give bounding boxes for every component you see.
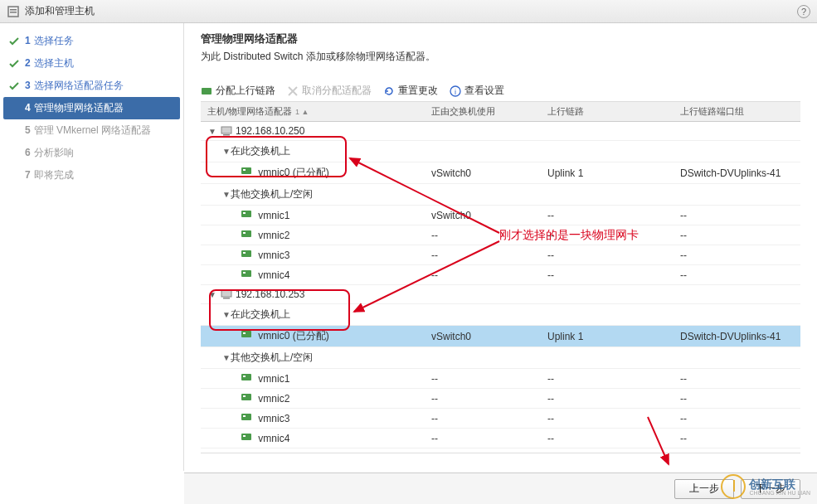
svg-rect-20	[221, 290, 231, 297]
unassign-icon	[287, 85, 299, 97]
svg-rect-19	[243, 272, 246, 274]
svg-rect-1	[10, 9, 17, 11]
table-row[interactable]: vmnic4------	[201, 429, 800, 448]
column-name[interactable]: 主机/物理网络适配器1 ▲	[201, 102, 425, 121]
assign-uplink-button[interactable]: 分配上行链路	[201, 84, 275, 98]
window-title: 添加和管理主机	[25, 4, 95, 18]
wizard-step-5: 5管理 VMkernel 网络适配器	[0, 119, 183, 142]
content: 1选择任务2选择主机3选择网络适配器任务4管理物理网络适配器5管理 VMkern…	[0, 23, 817, 471]
info-icon: i	[450, 85, 461, 97]
check-icon	[8, 80, 20, 92]
expand-icon[interactable]: ▼	[222, 353, 231, 362]
svg-text:i: i	[455, 88, 456, 96]
svg-rect-10	[241, 167, 251, 174]
check-icon	[8, 148, 20, 159]
footer: 上一步 下一步	[184, 472, 817, 504]
expand-icon[interactable]: ▼	[222, 190, 231, 199]
svg-rect-24	[241, 374, 251, 380]
table-row[interactable]: vmnic0 (已分配)vSwitch0Uplink 1DSwitch-DVUp…	[201, 162, 800, 184]
check-icon	[8, 170, 20, 182]
check-icon	[8, 36, 20, 47]
check-icon	[8, 103, 20, 114]
table-row[interactable]: ▼ 192.168.10.253	[201, 285, 800, 304]
table-header: 主机/物理网络适配器1 ▲ 正由交换机使用 上行链路 上行链路端口组	[201, 102, 800, 122]
check-icon	[8, 58, 20, 70]
wizard-sidebar: 1选择任务2选择主机3选择网络适配器任务4管理物理网络适配器5管理 VMkern…	[0, 23, 184, 471]
svg-rect-8	[221, 127, 231, 133]
expand-icon[interactable]: ▼	[222, 147, 231, 156]
back-button[interactable]: 上一步	[674, 479, 734, 499]
svg-rect-12	[241, 211, 251, 217]
table-row[interactable]: ▼在此交换机上	[201, 304, 800, 326]
assign-icon	[201, 85, 212, 97]
svg-rect-2	[10, 12, 17, 13]
table-row[interactable]: vmnic1------	[201, 369, 800, 389]
table-row[interactable]: vmnic4------	[201, 265, 800, 285]
svg-rect-11	[243, 169, 246, 171]
svg-rect-29	[243, 415, 246, 417]
wizard-step-4[interactable]: 4管理物理网络适配器	[3, 97, 180, 119]
svg-rect-13	[243, 212, 246, 214]
column-uplink[interactable]: 上行链路	[541, 102, 674, 121]
reset-button[interactable]: 重置更改	[383, 84, 438, 98]
toolbar: 分配上行链路 取消分配适配器 重置更改 i 查看设置	[201, 80, 800, 102]
check-icon	[8, 125, 20, 137]
table-row[interactable]: ▼其他交换机上/空闲	[201, 184, 800, 206]
page-title: 管理物理网络适配器	[201, 32, 800, 46]
view-settings-button[interactable]: i 查看设置	[450, 84, 504, 98]
table-row[interactable]: ▼在此交换机上	[201, 141, 800, 162]
table-row[interactable]: vmnic3------	[201, 409, 800, 429]
expand-icon[interactable]: ▼	[207, 127, 217, 136]
svg-rect-22	[241, 331, 251, 337]
wizard-step-7: 7即将完成	[0, 164, 183, 187]
svg-rect-27	[243, 395, 246, 397]
table-row[interactable]: vmnic2------	[201, 389, 800, 409]
wizard-step-1[interactable]: 1选择任务	[0, 30, 183, 52]
table-row[interactable]: ▼其他交换机上/空闲	[201, 347, 800, 369]
expand-icon[interactable]: ▼	[207, 290, 217, 299]
table-row[interactable]: vmnic3------	[201, 245, 800, 265]
svg-rect-14	[241, 230, 251, 237]
svg-rect-15	[243, 232, 246, 234]
expand-icon[interactable]: ▼	[222, 310, 231, 319]
main-panel: 管理物理网络适配器 为此 Distributed Switch 添加或移除物理网…	[184, 23, 817, 471]
column-switch[interactable]: 正由交换机使用	[425, 102, 541, 121]
svg-rect-21	[223, 298, 230, 299]
table-row[interactable]: vmnic0 (已分配)vSwitch0Uplink 1DSwitch-DVUp…	[201, 326, 800, 347]
svg-rect-30	[241, 434, 251, 440]
svg-rect-25	[243, 376, 246, 377]
window-icon	[7, 5, 20, 18]
wizard-step-3[interactable]: 3选择网络适配器任务	[0, 75, 183, 97]
wizard-step-2[interactable]: 2选择主机	[0, 52, 183, 75]
table-row[interactable]: ▼ 192.168.10.250	[201, 122, 800, 141]
svg-rect-18	[241, 270, 251, 277]
svg-rect-26	[241, 394, 251, 400]
table-row[interactable]: vmnic1vSwitch0----	[201, 206, 800, 225]
titlebar: 添加和管理主机 ?	[0, 0, 817, 23]
svg-rect-23	[243, 332, 246, 334]
svg-rect-31	[243, 435, 246, 437]
adapter-tree: ▼ 192.168.10.250▼在此交换机上 vmnic0 (已分配)vSwi…	[201, 122, 800, 453]
page-description: 为此 Distributed Switch 添加或移除物理网络适配器。	[201, 50, 800, 64]
next-button[interactable]: 下一步	[741, 479, 800, 499]
svg-rect-16	[241, 250, 251, 257]
table-row[interactable]: vmnic2------	[201, 225, 800, 245]
sort-icon: 1 ▲	[295, 108, 309, 116]
help-icon[interactable]: ?	[797, 5, 810, 18]
unassign-button: 取消分配适配器	[287, 84, 372, 98]
svg-rect-28	[241, 414, 251, 420]
svg-rect-17	[243, 252, 246, 254]
svg-rect-9	[223, 134, 230, 136]
svg-rect-3	[202, 88, 212, 94]
column-port[interactable]: 上行链路端口组	[674, 102, 800, 121]
wizard-step-6: 6分析影响	[0, 142, 183, 164]
reset-icon	[383, 85, 395, 97]
